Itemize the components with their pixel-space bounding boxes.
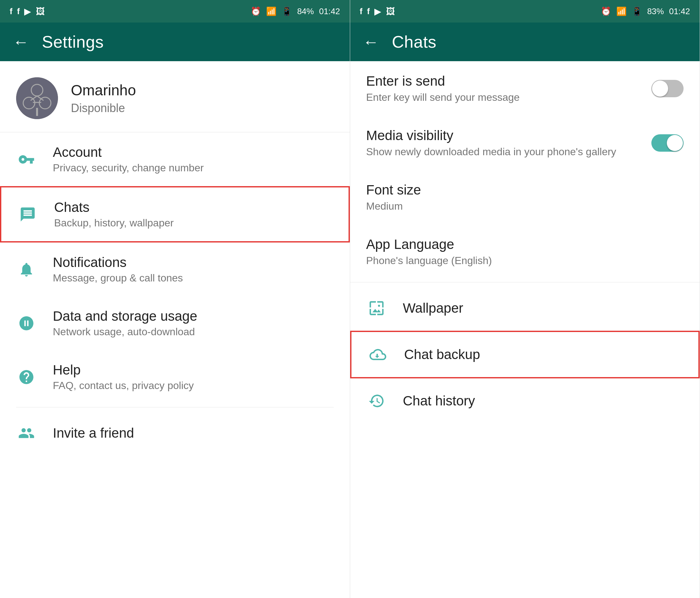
menu-item-account[interactable]: Account Privacy, security, change number [0,132,350,186]
chats-settings-content: Enter is send Enter key will send your m… [350,61,700,598]
help-text: Help FAQ, contact us, privacy policy [53,362,194,392]
enter-send-text: Enter is send Enter key will send your m… [366,73,520,103]
help-subtitle: FAQ, contact us, privacy policy [53,380,194,392]
chat-backup-icon [368,344,388,365]
menu-item-invite[interactable]: Invite a friend [0,411,350,456]
chat-backup-title: Chat backup [404,347,480,362]
settings-title: Settings [42,32,104,52]
chats-icon [17,204,38,225]
notifications-icon [16,259,37,280]
wallpaper-text: Wallpaper [403,301,464,316]
app-bar-chats: ← Chats [350,23,700,61]
account-icon [16,149,37,170]
chat-backup-text: Chat backup [404,347,480,362]
battery-left: 84% [297,6,314,17]
wifi-icon: 📶 [266,6,276,17]
facebook-icon-r: f [360,6,363,17]
facebook-icon-r2: f [367,6,370,17]
media-visibility-text: Media visibility Show newly downloaded m… [366,128,616,158]
app-bar-settings: ← Settings [0,23,350,61]
account-text: Account Privacy, security, change number [53,145,204,174]
time-right: 01:42 [669,6,690,17]
chats-text: Chats Backup, history, wallpaper [54,200,174,229]
toggle-thumb-media [667,135,683,151]
facebook-icon-2: f [17,6,20,17]
alarm-icon: ⏰ [251,6,261,17]
invite-icon [16,423,37,443]
profile-status: Disponible [71,101,136,115]
status-icons-left: f f ▶ 🖼 [10,6,45,17]
wallpaper-title: Wallpaper [403,301,464,316]
signal-icon-r: 📱 [632,6,642,17]
font-size-title: Font size [366,182,421,198]
app-language-text: App Language Phone's language (English) [366,237,492,267]
profile-info: Omarinho Disponible [71,81,136,115]
avatar [16,77,58,119]
profile-section[interactable]: Omarinho Disponible [0,61,350,132]
media-visibility-toggle[interactable] [651,134,683,152]
settings-content: Omarinho Disponible Account Privacy, sec… [0,61,350,598]
font-size-text: Font size Medium [366,182,421,212]
app-language-title: App Language [366,237,492,252]
data-title: Data and storage usage [53,309,197,324]
chats-title: Chats [54,200,174,215]
enter-send-title: Enter is send [366,73,520,89]
menu-item-chat-backup[interactable]: Chat backup [350,331,700,379]
menu-item-data[interactable]: Data and storage usage Network usage, au… [0,296,350,350]
font-size-value: Medium [366,200,421,212]
menu-item-chat-history[interactable]: Chat history [350,379,700,423]
svg-rect-7 [36,108,38,116]
battery-right: 83% [647,6,664,17]
back-button-settings[interactable]: ← [13,32,29,51]
status-right-r: ⏰ 📶 📱 83% 01:42 [601,6,690,17]
account-subtitle: Privacy, security, change number [53,162,204,174]
help-icon [16,367,37,387]
time-left: 01:42 [319,6,340,17]
youtube-icon: ▶ [24,6,31,17]
setting-media-visibility[interactable]: Media visibility Show newly downloaded m… [350,115,700,170]
chats-panel: f f ▶ 🖼 ⏰ 📶 📱 83% 01:42 ← Chats Enter is… [350,0,700,598]
status-icons-right: f f ▶ 🖼 [360,6,395,17]
divider-settings [16,407,334,407]
section-divider [350,282,700,282]
enter-send-subtitle: Enter key will send your message [366,92,520,103]
status-right-left: ⏰ 📶 📱 84% 01:42 [251,6,340,17]
menu-item-help[interactable]: Help FAQ, contact us, privacy policy [0,350,350,404]
status-bar-left: f f ▶ 🖼 ⏰ 📶 📱 84% 01:42 [0,0,350,23]
back-button-chats[interactable]: ← [363,32,379,51]
profile-name: Omarinho [71,81,136,99]
data-subtitle: Network usage, auto-download [53,326,197,338]
enter-send-toggle[interactable] [651,80,683,97]
chats-subtitle: Backup, history, wallpaper [54,217,174,229]
chat-history-title: Chat history [403,393,475,409]
data-text: Data and storage usage Network usage, au… [53,309,197,338]
media-visibility-subtitle: Show newly downloaded media in your phon… [366,146,616,158]
setting-font-size[interactable]: Font size Medium [350,170,700,225]
signal-icon: 📱 [281,6,292,17]
chat-history-icon [366,391,387,411]
data-icon [16,313,37,334]
setting-app-language[interactable]: App Language Phone's language (English) [350,225,700,279]
youtube-icon-r: ▶ [374,6,381,17]
notifications-title: Notifications [53,255,183,270]
menu-item-chats[interactable]: Chats Backup, history, wallpaper [0,186,350,242]
toggle-thumb-enter [652,80,668,97]
wallpaper-icon [366,298,387,318]
menu-item-notifications[interactable]: Notifications Message, group & call tone… [0,242,350,296]
help-title: Help [53,362,194,378]
menu-item-wallpaper[interactable]: Wallpaper [350,286,700,331]
chats-panel-title: Chats [392,32,436,52]
alarm-icon-r: ⏰ [601,6,611,17]
notifications-subtitle: Message, group & call tones [53,272,183,284]
account-title: Account [53,145,204,160]
setting-enter-send[interactable]: Enter is send Enter key will send your m… [350,61,700,115]
status-bar-right: f f ▶ 🖼 ⏰ 📶 📱 83% 01:42 [350,0,700,23]
image-icon: 🖼 [36,6,45,17]
invite-text: Invite a friend [53,425,134,441]
settings-panel: f f ▶ 🖼 ⏰ 📶 📱 84% 01:42 ← Settings [0,0,350,598]
image-icon-r: 🖼 [386,6,395,17]
chat-history-text: Chat history [403,393,475,409]
notifications-text: Notifications Message, group & call tone… [53,255,183,284]
facebook-icon: f [10,6,12,17]
invite-title: Invite a friend [53,425,134,441]
